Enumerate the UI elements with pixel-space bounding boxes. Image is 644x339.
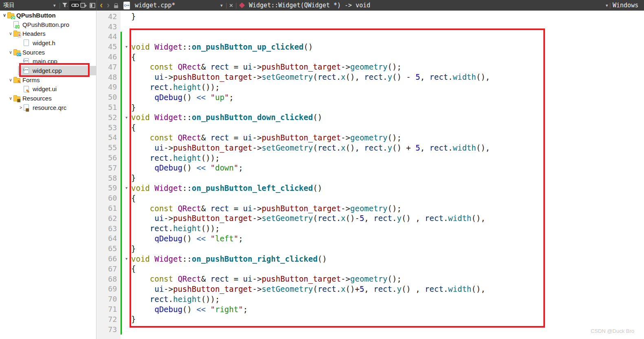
- code-text: const QRect& rect = ui->pushButton_targe…: [131, 274, 402, 283]
- changed-line-marker: [121, 163, 122, 173]
- changed-line-marker: [121, 324, 122, 335]
- code-line-57[interactable]: 57 qDebug() << "down";: [97, 163, 644, 173]
- split-icon[interactable]: [80, 0, 87, 11]
- project-pane-dropdown-icon[interactable]: ▾: [53, 0, 56, 11]
- tree-item-headers[interactable]: ∨hHeaders: [0, 29, 96, 38]
- code-line-63[interactable]: 63 rect.height());: [97, 223, 644, 234]
- tree-item-resources[interactable]: ∨▦Resources: [0, 94, 96, 103]
- code-text: {: [131, 52, 136, 61]
- code-text: rect.height());: [131, 83, 220, 92]
- tree-item-forms[interactable]: ∨✎Forms: [0, 75, 96, 85]
- code-line-59[interactable]: 59▾void Widget::on_pushButton_left_click…: [97, 183, 644, 193]
- tree-item-qpushbutton[interactable]: ∨QtQPushButton: [0, 11, 96, 20]
- code-line-68[interactable]: 68 const QRect& rect = ui->pushButton_ta…: [97, 274, 644, 284]
- code-line-62[interactable]: 62 ui->pushButton_target->setGeometry(re…: [97, 213, 644, 223]
- tree-item-qpushbutton-pro[interactable]: QtQPushButton.pro: [0, 20, 96, 29]
- tree-item-label: main.cpp: [33, 58, 57, 65]
- tree-item-label: Forms: [22, 77, 40, 83]
- code-text: const QRect& rect = ui->pushButton_targe…: [131, 204, 402, 213]
- document-dropdown-icon[interactable]: ▾: [220, 0, 223, 11]
- code-editor[interactable]: 42}434445▾void Widget::on_pushButton_up_…: [97, 11, 644, 339]
- line-number: 53: [97, 123, 121, 132]
- line-number: 62: [97, 214, 121, 223]
- code-text: qDebug() << "left";: [131, 234, 243, 243]
- code-line-61[interactable]: 61 const QRect& rect = ui->pushButton_ta…: [97, 203, 644, 213]
- chevron-down-icon[interactable]: ∨: [8, 96, 13, 101]
- code-line-72[interactable]: 72}: [97, 314, 644, 324]
- code-text: {: [131, 123, 136, 132]
- changed-line-marker: [121, 304, 122, 314]
- code-line-45[interactable]: 45▾void Widget::on_pushButton_up_clicked…: [97, 42, 644, 52]
- code-line-64[interactable]: 64 qDebug() << "left";: [97, 234, 644, 244]
- code-line-66[interactable]: 66▾void Widget::on_pushButton_right_clic…: [97, 254, 644, 264]
- tree-item-resource-qrc[interactable]: >▦resource.qrc: [0, 103, 96, 112]
- current-symbol-label[interactable]: Widget::Widget(QWidget *) -> void: [249, 0, 370, 11]
- fold-marker-icon[interactable]: ▾: [122, 186, 131, 190]
- tree-item-label: QPushButton: [16, 12, 56, 19]
- code-line-55[interactable]: 55 ui->pushButton_target->setGeometry(re…: [97, 142, 644, 153]
- code-line-43[interactable]: 43: [97, 22, 644, 32]
- line-number: 56: [97, 153, 121, 162]
- tree-item-widget-ui[interactable]: ✎widget.ui: [0, 85, 96, 94]
- code-line-67[interactable]: 67{: [97, 264, 644, 274]
- qt-creator-window: 项目 ▾ | ‹ › C++ widget.cpp* ▾ | ✕ | Widge…: [0, 0, 644, 339]
- code-line-51[interactable]: 51}: [97, 102, 644, 112]
- line-number: 48: [97, 73, 121, 81]
- cpp-file-icon: C++: [123, 0, 130, 11]
- code-line-52[interactable]: 52▾void Widget::on_pushButton_down_click…: [97, 112, 644, 122]
- separator: |: [609, 0, 611, 11]
- tree-item-label: Resources: [22, 95, 52, 102]
- navigate-back-icon[interactable]: ‹: [100, 0, 103, 11]
- chevron-right-icon[interactable]: >: [18, 105, 24, 110]
- line-number: 67: [97, 265, 121, 273]
- line-number: 57: [97, 164, 121, 172]
- code-line-58[interactable]: 58}: [97, 173, 644, 183]
- code-line-47[interactable]: 47 const QRect& rect = ui->pushButton_ta…: [97, 62, 644, 72]
- tree-item-sources[interactable]: ∨C+Sources: [0, 48, 96, 57]
- code-line-46[interactable]: 46{: [97, 52, 644, 62]
- separator: |: [235, 0, 237, 11]
- code-line-60[interactable]: 60{: [97, 193, 644, 203]
- tree-item-label: widget.ui: [33, 85, 57, 92]
- fold-marker-icon[interactable]: ▾: [122, 256, 131, 261]
- code-line-50[interactable]: 50 qDebug() << "up";: [97, 92, 644, 102]
- code-line-56[interactable]: 56 rect.height());: [97, 153, 644, 163]
- filter-icon[interactable]: [62, 0, 68, 11]
- chevron-down-icon[interactable]: ∨: [8, 77, 13, 83]
- code-line-70[interactable]: 70 rect.height());: [97, 294, 644, 304]
- code-line-54[interactable]: 54 const QRect& rect = ui->pushButton_ta…: [97, 133, 644, 143]
- tree-item-main-cpp[interactable]: C++main.cpp: [0, 57, 96, 66]
- chevron-down-icon[interactable]: ∨: [8, 50, 13, 55]
- tree-item-widget-cpp[interactable]: C++widget.cpp: [0, 66, 96, 75]
- line-number: 46: [97, 52, 121, 61]
- changed-line-marker: [121, 72, 122, 82]
- code-line-53[interactable]: 53{: [97, 122, 644, 133]
- code-line-44[interactable]: 44: [97, 32, 644, 42]
- code-line-42[interactable]: 42}: [97, 11, 644, 22]
- line-number: 51: [97, 103, 121, 112]
- line-number: 50: [97, 93, 121, 101]
- navigate-forward-icon[interactable]: ›: [107, 0, 110, 11]
- fold-marker-icon[interactable]: ▾: [122, 115, 131, 120]
- code-line-49[interactable]: 49 rect.height());: [97, 82, 644, 92]
- tree-item-widget-h[interactable]: widget.h: [0, 38, 96, 48]
- right-pane-dropdown-icon[interactable]: ▾: [606, 0, 608, 11]
- link-with-editor-icon[interactable]: [69, 1, 81, 10]
- code-line-48[interactable]: 48 ui->pushButton_target->setGeometry(re…: [97, 72, 644, 82]
- open-document-title[interactable]: widget.cpp*: [135, 0, 175, 11]
- unlocked-icon[interactable]: [114, 0, 118, 11]
- code-text: }: [131, 173, 136, 182]
- code-line-65[interactable]: 65}: [97, 243, 644, 254]
- right-pane-label[interactable]: Windows: [613, 0, 638, 11]
- close-document-icon[interactable]: ✕: [229, 0, 233, 11]
- code-line-69[interactable]: 69 ui->pushButton_target->setGeometry(re…: [97, 284, 644, 294]
- chevron-down-icon[interactable]: ∨: [2, 13, 7, 18]
- changed-line-marker: [121, 32, 122, 42]
- close-sidebar-icon[interactable]: [90, 0, 95, 11]
- code-line-73[interactable]: 73: [97, 324, 644, 335]
- line-number: 47: [97, 63, 121, 71]
- changed-line-marker: [121, 153, 122, 163]
- code-line-71[interactable]: 71 qDebug() << "right";: [97, 304, 644, 314]
- chevron-down-icon[interactable]: ∨: [8, 31, 13, 36]
- fold-marker-icon[interactable]: ▾: [122, 44, 131, 49]
